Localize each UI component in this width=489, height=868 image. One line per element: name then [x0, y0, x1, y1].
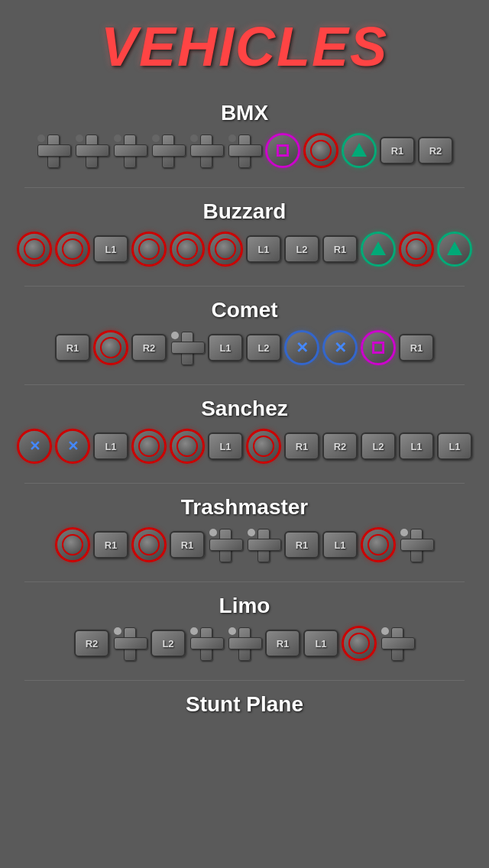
- l1-button: L1: [208, 432, 243, 460]
- l1-button: L1: [208, 334, 243, 361]
- divider: [24, 483, 465, 484]
- dpad-btn: [208, 527, 243, 562]
- vehicle-name-trashmaster: Trashmaster: [181, 495, 309, 520]
- l1-button: L1: [437, 432, 472, 460]
- triangle-button: [437, 232, 472, 267]
- vehicle-name-stunt-plane: Stunt Plane: [186, 692, 303, 717]
- square-button: [361, 330, 396, 365]
- triangle-button: [342, 133, 377, 168]
- circle-button: [246, 429, 281, 464]
- circle-button: [131, 527, 167, 562]
- dpad-btn: [399, 527, 434, 562]
- r1-button: R1: [93, 531, 128, 559]
- dpad-btn: [170, 330, 205, 365]
- circle-button: [131, 429, 167, 464]
- circle-button: [303, 133, 338, 168]
- vehicle-name-sanchez: Sanchez: [201, 397, 288, 421]
- circle-x-button: ✕: [17, 429, 52, 464]
- circle-button: [131, 232, 167, 267]
- dpad-btn: [74, 133, 109, 168]
- r1-button: R1: [380, 137, 415, 164]
- vehicle-section-comet: Comet R1 R2 L1 L2 ✕ ✕ R1: [0, 298, 489, 365]
- button-row-trashmaster: R1 R1 R1 L1: [47, 527, 442, 562]
- button-row-sanchez: ✕ ✕ L1 L1 R1 R2 L2 L1 L1: [9, 429, 480, 464]
- circle-button: [399, 232, 434, 267]
- l2-button: L2: [284, 235, 319, 263]
- dpad-btn: [227, 133, 262, 168]
- r1-button: R1: [322, 235, 358, 263]
- r1-button: R1: [399, 334, 434, 361]
- dpad-btn: [189, 626, 224, 661]
- l2-button: L2: [151, 630, 186, 657]
- square-button: [265, 133, 300, 168]
- dpad-btn: [380, 626, 415, 661]
- circle-button: [55, 527, 90, 562]
- page-title: Vehicles: [101, 15, 388, 78]
- button-row-buzzard: L1 L1 L2 R1: [9, 232, 480, 267]
- vehicle-section-sanchez: Sanchez ✕ ✕ L1 L1 R1 R2 L2 L1 L1: [0, 397, 489, 464]
- circle-x-button: ✕: [55, 429, 90, 464]
- dpad-btn: [36, 133, 71, 168]
- dpad-btn: [151, 133, 186, 168]
- vehicle-section-limo: Limo R2 L2 R1 L1: [0, 594, 489, 661]
- l1-button: L1: [322, 531, 358, 559]
- vehicle-section-buzzard: Buzzard L1 L1 L2 R1: [0, 199, 489, 267]
- x-button: ✕: [284, 330, 319, 365]
- l1-button: L1: [93, 432, 128, 460]
- l1-button: L1: [246, 235, 281, 263]
- circle-button: [170, 429, 205, 464]
- vehicle-name-buzzard: Buzzard: [203, 199, 287, 224]
- r2-button: R2: [322, 432, 358, 460]
- circle-button: [17, 232, 52, 267]
- dpad-btn: [189, 133, 224, 168]
- l1-button: L1: [399, 432, 434, 460]
- r2-button: R2: [418, 137, 453, 164]
- circle-button: [208, 232, 243, 267]
- r2-button: R2: [74, 630, 109, 657]
- r1-button: R1: [284, 432, 319, 460]
- button-row-bmx: R1 R2: [28, 133, 461, 168]
- dpad-btn: [227, 626, 262, 661]
- divider: [24, 187, 465, 188]
- r1-button: R1: [170, 531, 205, 559]
- circle-button: [93, 330, 128, 365]
- r2-button: R2: [131, 334, 167, 361]
- vehicle-section-bmx: BMX R1 R2: [0, 101, 489, 168]
- l1-button: L1: [93, 235, 128, 263]
- circle-button: [55, 232, 90, 267]
- dpad-btn: [246, 527, 281, 562]
- dpad-btn: [112, 626, 147, 661]
- dpad-btn: [112, 133, 147, 168]
- r1-button: R1: [284, 531, 319, 559]
- r1-button: R1: [55, 334, 90, 361]
- vehicle-section-trashmaster: Trashmaster R1 R1 R1 L1: [0, 495, 489, 562]
- vehicle-section-stunt-plane: Stunt Plane: [0, 692, 489, 724]
- circle-button: [361, 527, 396, 562]
- divider: [24, 286, 465, 287]
- l1-button: L1: [303, 630, 338, 657]
- button-row-limo: R2 L2 R1 L1: [66, 626, 423, 661]
- triangle-button: [361, 232, 396, 267]
- divider: [24, 384, 465, 385]
- vehicle-name-comet: Comet: [211, 298, 277, 322]
- button-row-comet: R1 R2 L1 L2 ✕ ✕ R1: [47, 330, 442, 365]
- r1-button: R1: [265, 630, 300, 657]
- vehicle-name-limo: Limo: [219, 594, 270, 618]
- vehicle-name-bmx: BMX: [221, 101, 268, 125]
- circle-button: [170, 232, 205, 267]
- divider: [24, 581, 465, 582]
- circle-button: [342, 626, 377, 661]
- x-button: ✕: [322, 330, 358, 365]
- l2-button: L2: [361, 432, 396, 460]
- divider: [24, 680, 465, 681]
- l2-button: L2: [246, 334, 281, 361]
